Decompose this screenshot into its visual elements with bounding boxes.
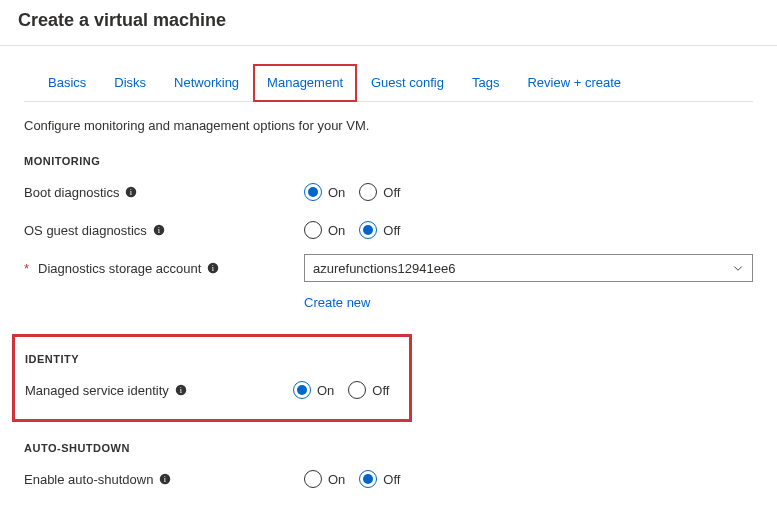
row-os-guest-diagnostics: OS guest diagnostics i On Off (24, 215, 753, 245)
info-icon[interactable]: i (125, 186, 137, 198)
info-icon[interactable]: i (159, 473, 171, 485)
row-diagnostics-storage-account: * Diagnostics storage account i azurefun… (24, 253, 753, 283)
radio-label: On (317, 383, 334, 398)
diagnostics-storage-account-select[interactable]: azurefunctions12941ee6 (304, 254, 753, 282)
section-heading-monitoring: MONITORING (24, 155, 753, 167)
section-heading-identity: IDENTITY (25, 353, 399, 365)
page-title: Create a virtual machine (0, 0, 777, 46)
managed-service-identity-on[interactable]: On (293, 381, 334, 399)
tab-networking[interactable]: Networking (160, 64, 253, 101)
boot-diagnostics-off[interactable]: Off (359, 183, 400, 201)
tab-management[interactable]: Management (253, 64, 357, 102)
radio-label: On (328, 472, 345, 487)
tab-basics[interactable]: Basics (34, 64, 100, 101)
radio-label: On (328, 185, 345, 200)
row-enable-auto-shutdown: Enable auto-shutdown i On Off (24, 464, 753, 494)
required-asterisk: * (24, 261, 29, 276)
identity-group-highlight: IDENTITY Managed service identity i On O… (12, 334, 412, 422)
intro-text: Configure monitoring and management opti… (24, 118, 753, 133)
tab-tags[interactable]: Tags (458, 64, 513, 101)
enable-auto-shutdown-off[interactable]: Off (359, 470, 400, 488)
radio-label: Off (383, 185, 400, 200)
boot-diagnostics-on[interactable]: On (304, 183, 345, 201)
label-boot-diagnostics: Boot diagnostics (24, 185, 119, 200)
tabs-bar: Basics Disks Networking Management Guest… (24, 64, 753, 102)
tab-review-create[interactable]: Review + create (513, 64, 635, 101)
radio-label: Off (383, 223, 400, 238)
label-managed-service-identity: Managed service identity (25, 383, 169, 398)
row-boot-diagnostics: Boot diagnostics i On Off (24, 177, 753, 207)
label-enable-auto-shutdown: Enable auto-shutdown (24, 472, 153, 487)
enable-auto-shutdown-on[interactable]: On (304, 470, 345, 488)
row-managed-service-identity: Managed service identity i On Off (25, 375, 399, 405)
info-icon[interactable]: i (175, 384, 187, 396)
chevron-down-icon (732, 262, 744, 274)
section-heading-auto-shutdown: AUTO-SHUTDOWN (24, 442, 753, 454)
os-guest-diagnostics-off[interactable]: Off (359, 221, 400, 239)
content-area: Basics Disks Networking Management Guest… (0, 64, 777, 512)
tab-disks[interactable]: Disks (100, 64, 160, 101)
radio-label: Off (383, 472, 400, 487)
create-new-link[interactable]: Create new (304, 295, 370, 310)
os-guest-diagnostics-on[interactable]: On (304, 221, 345, 239)
info-icon[interactable]: i (153, 224, 165, 236)
tab-guest-config[interactable]: Guest config (357, 64, 458, 101)
managed-service-identity-off[interactable]: Off (348, 381, 389, 399)
radio-label: Off (372, 383, 389, 398)
info-icon[interactable]: i (207, 262, 219, 274)
label-os-guest-diagnostics: OS guest diagnostics (24, 223, 147, 238)
select-value: azurefunctions12941ee6 (313, 261, 455, 276)
label-diagnostics-storage-account: Diagnostics storage account (38, 261, 201, 276)
radio-label: On (328, 223, 345, 238)
